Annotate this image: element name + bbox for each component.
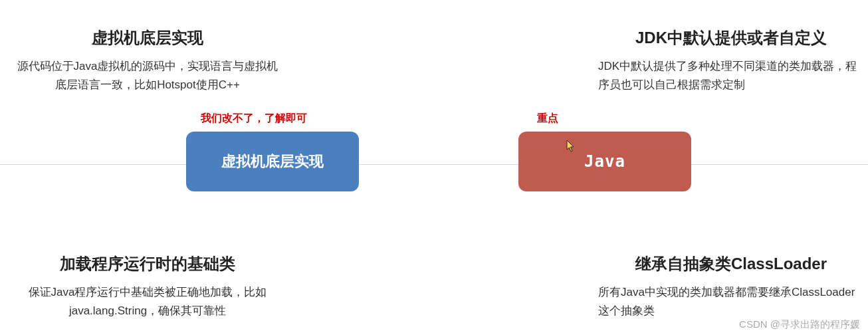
node-vm-impl: 虚拟机底层实现 — [186, 132, 359, 191]
card-base-classes: 加载程序运行时的基础类 保证Java程序运行中基础类被正确地加载，比如java.… — [15, 253, 280, 321]
node-label: 虚拟机底层实现 — [221, 152, 324, 171]
card-title: 加载程序运行时的基础类 — [15, 253, 280, 275]
divider-line — [0, 164, 868, 165]
card-desc: 保证Java程序运行中基础类被正确地加载，比如java.lang.String，… — [15, 283, 280, 322]
card-vm-impl: 虚拟机底层实现 源代码位于Java虚拟机的源码中，实现语言与虚拟机底层语言一致，… — [15, 27, 280, 95]
card-desc: 源代码位于Java虚拟机的源码中，实现语言与虚拟机底层语言一致，比如Hotspo… — [15, 57, 280, 96]
annotation-right: 重点 — [537, 112, 558, 126]
node-java: Java — [518, 132, 691, 191]
card-desc: JDK中默认提供了多种处理不同渠道的类加载器，程序员也可以自己根据需求定制 — [598, 57, 864, 96]
card-title: 继承自抽象类ClassLoader — [598, 253, 864, 275]
node-label: Java — [584, 152, 625, 171]
card-title: JDK中默认提供或者自定义 — [598, 27, 864, 49]
card-title: 虚拟机底层实现 — [15, 27, 280, 49]
annotation-left: 我们改不了，了解即可 — [201, 112, 307, 126]
card-classloader: 继承自抽象类ClassLoader 所有Java中实现的类加载器都需要继承Cla… — [598, 253, 864, 321]
cursor-icon — [566, 140, 576, 153]
card-jdk-custom: JDK中默认提供或者自定义 JDK中默认提供了多种处理不同渠道的类加载器，程序员… — [598, 27, 864, 95]
watermark: CSDN @寻求出路的程序媛 — [739, 318, 860, 331]
card-desc: 所有Java中实现的类加载器都需要继承ClassLoader这个抽象类 — [598, 283, 864, 322]
